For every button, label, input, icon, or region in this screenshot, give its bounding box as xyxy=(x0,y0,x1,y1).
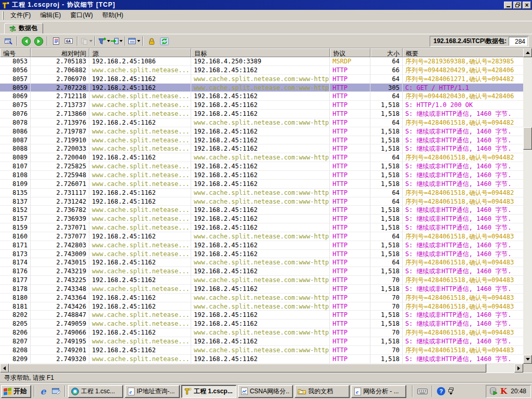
help-icon[interactable]: ? xyxy=(437,387,445,395)
horizontal-scroll-thumb[interactable] xyxy=(9,364,486,373)
table-row[interactable]: 81072.725825www.cache.split.netease...19… xyxy=(0,162,523,171)
scroll-left-button[interactable] xyxy=(0,364,9,373)
show-desktop-icon[interactable] xyxy=(50,385,62,397)
task-button-ip-lookup[interactable]: e IP地址查询-... xyxy=(125,385,180,398)
table-row[interactable]: 81742.743015192.168.2.45:1162www.cache.s… xyxy=(0,258,523,267)
scroll-down-button[interactable] xyxy=(523,355,532,364)
cell-source: www.cache.split.netease... xyxy=(89,241,191,250)
table-row[interactable]: 82052.749059www.cache.split.netease...19… xyxy=(0,320,523,328)
table-row[interactable]: 80592.707228192.168.2.45:1162www.cache.s… xyxy=(0,84,523,92)
table-row[interactable]: 80872.719910www.cache.split.netease...19… xyxy=(0,136,523,145)
task-button-my-documents[interactable]: 我的文档 xyxy=(295,385,350,398)
task-button-csna[interactable]: CSNA网络分... xyxy=(238,385,293,398)
menu-help[interactable]: 帮助(H) xyxy=(98,9,128,21)
forward-icon[interactable] xyxy=(32,35,45,47)
close-button[interactable]: × xyxy=(523,2,531,9)
keyboard-icon[interactable] xyxy=(417,388,428,395)
columns-icon[interactable] xyxy=(128,35,140,47)
task-button-project-active[interactable]: 工程 1.cscp... xyxy=(181,385,236,398)
table-row[interactable]: 81092.726071www.cache.split.netease...19… xyxy=(0,180,523,189)
table-row[interactable]: 80882.720033www.cache.split.netease...19… xyxy=(0,144,523,153)
table-row[interactable]: 81772.743225192.168.2.45:1162www.cache.s… xyxy=(0,276,523,285)
hex-decode-icon[interactable]: 6A xyxy=(62,35,75,47)
titlebar: 工程 1.cscproj - 协议细节 [TCP] × xyxy=(0,0,532,10)
table-row[interactable]: 81782.743348www.cache.split.netease...19… xyxy=(0,285,523,294)
table-row[interactable]: 82092.749320www.cache.split.netease...19… xyxy=(0,355,523,364)
table-row[interactable]: 80532.705183192.168.2.45:1086192.168.4.2… xyxy=(0,57,523,66)
table-row[interactable]: 80562.706882www.cache.split.netease...19… xyxy=(0,66,523,75)
cell-summary: 序列号=4284061518,确认号=094482 xyxy=(403,189,523,197)
menu-edit[interactable]: 编辑(E) xyxy=(35,9,65,21)
table-row[interactable]: 80762.713860www.cache.split.netease...19… xyxy=(0,110,523,118)
table-row[interactable]: 80862.719787www.cache.split.netease...19… xyxy=(0,127,523,136)
copy-icon[interactable] xyxy=(80,35,92,47)
cell-summary: 序列号=4284061518,确认号=094483 xyxy=(403,302,523,311)
table-row[interactable]: 81372.731242192.168.2.45:1162www.cache.s… xyxy=(0,197,523,206)
task-label: 网络分析 - ... xyxy=(363,387,399,396)
properties-icon[interactable] xyxy=(2,35,15,47)
language-restore-icon[interactable] xyxy=(448,388,454,395)
goto-icon[interactable] xyxy=(110,35,123,47)
table-row[interactable]: 81712.742803www.cache.split.netease...19… xyxy=(0,241,523,250)
cell-protocol: HTTP xyxy=(330,258,370,267)
menu-file[interactable]: 文件(F) xyxy=(6,9,35,21)
horizontal-scrollbar[interactable] xyxy=(0,364,523,373)
refresh-icon[interactable] xyxy=(158,35,170,47)
cell-target: 192.168.2.45:1162 xyxy=(191,110,330,118)
summary-icon[interactable] xyxy=(50,35,62,47)
task-button-network-analysis[interactable]: e 网络分析 - ... xyxy=(351,385,406,398)
table-row[interactable]: 82072.749195www.cache.split.netease...19… xyxy=(0,337,523,346)
table-row[interactable]: 81572.736939www.cache.split.netease...19… xyxy=(0,215,523,223)
scroll-right-button[interactable] xyxy=(514,364,523,373)
table-row[interactable]: 80572.706970192.168.2.45:1162www.cache.s… xyxy=(0,75,523,84)
column-header-summary[interactable]: 概要 xyxy=(403,48,523,57)
cell-target: 192.168.2.45:1162 xyxy=(191,136,330,145)
table-row[interactable]: 80752.713737www.cache.split.netease...19… xyxy=(0,101,523,110)
restore-button[interactable] xyxy=(513,2,522,9)
packet-path-box: 192.168.2.45\TCP\数据包: 284 xyxy=(430,36,529,47)
menubar-grip[interactable] xyxy=(2,11,4,20)
table-row[interactable]: 81522.736782www.cache.split.netease...19… xyxy=(0,206,523,215)
table-row[interactable]: 80892.720040192.168.2.45:1162www.cache.s… xyxy=(0,153,523,162)
table-row[interactable]: 81732.743009www.cache.split.netease...19… xyxy=(0,250,523,259)
column-header-time[interactable]: 相对时间 xyxy=(31,48,89,57)
table-row[interactable]: 80782.713976192.168.2.45:1162www.cache.s… xyxy=(0,118,523,127)
column-header-source[interactable]: 源 xyxy=(89,48,191,57)
cell-target: 192.168.2.45:1162 xyxy=(191,311,330,320)
kaspersky-icon[interactable]: K xyxy=(500,387,507,396)
tab-packets[interactable]: 数据包 xyxy=(4,23,43,34)
vertical-scroll-thumb[interactable] xyxy=(523,127,532,150)
cell-target: 192.168.2.45:1162 xyxy=(191,171,330,180)
filter-icon[interactable] xyxy=(98,35,110,47)
cell-source: www.cache.split.netease... xyxy=(89,127,191,136)
column-header-target[interactable]: 目标 xyxy=(191,48,330,57)
back-icon[interactable] xyxy=(20,35,32,47)
start-button[interactable]: 开始 xyxy=(1,385,31,398)
ie-icon[interactable]: e xyxy=(37,385,49,397)
vertical-scrollbar[interactable] xyxy=(523,48,532,364)
scroll-up-button[interactable] xyxy=(523,48,532,57)
cell-summary: 序列号=0944820430,确认号=428406 xyxy=(403,92,523,101)
menu-window[interactable]: 窗口(W) xyxy=(65,9,97,21)
cell-protocol: HTTP xyxy=(330,206,370,215)
lock-icon[interactable] xyxy=(145,35,158,47)
capture-service-icon[interactable] xyxy=(489,387,498,395)
table-row[interactable]: 81082.725948www.cache.split.netease...19… xyxy=(0,171,523,180)
table-row[interactable]: 81762.743219www.cache.split.netease...19… xyxy=(0,267,523,276)
cell-protocol: HTTP xyxy=(330,144,370,153)
table-row[interactable]: 82082.749201192.168.2.45:1162www.cache.s… xyxy=(0,346,523,355)
table-row[interactable]: 82062.749066192.168.2.45:1162www.cache.s… xyxy=(0,328,523,337)
table-row[interactable]: 81802.743364192.168.2.45:1162www.cache.s… xyxy=(0,294,523,302)
task-button-project1[interactable]: 工程 1.csc... xyxy=(68,385,123,398)
cell-summary: 序列号=4284061518,确认号=094483 xyxy=(403,346,523,355)
table-row[interactable]: 81812.743426192.168.2.45:1162www.cache.s… xyxy=(0,302,523,311)
column-header-no[interactable]: 编号 xyxy=(0,48,31,57)
table-row[interactable]: 82022.748847www.cache.split.netease...19… xyxy=(0,311,523,320)
table-row[interactable]: 81592.737071www.cache.split.netease...19… xyxy=(0,223,523,232)
minimize-button[interactable] xyxy=(504,2,512,9)
column-header-protocol[interactable]: 协议 xyxy=(330,48,370,57)
table-row[interactable]: 81352.731117192.168.2.45:1162www.cache.s… xyxy=(0,189,523,197)
table-row[interactable]: 81602.737077192.168.2.45:1162www.cache.s… xyxy=(0,232,523,241)
table-row[interactable]: 80692.712118www.cache.split.netease...19… xyxy=(0,92,523,101)
column-header-size[interactable]: 大小 xyxy=(370,48,403,57)
